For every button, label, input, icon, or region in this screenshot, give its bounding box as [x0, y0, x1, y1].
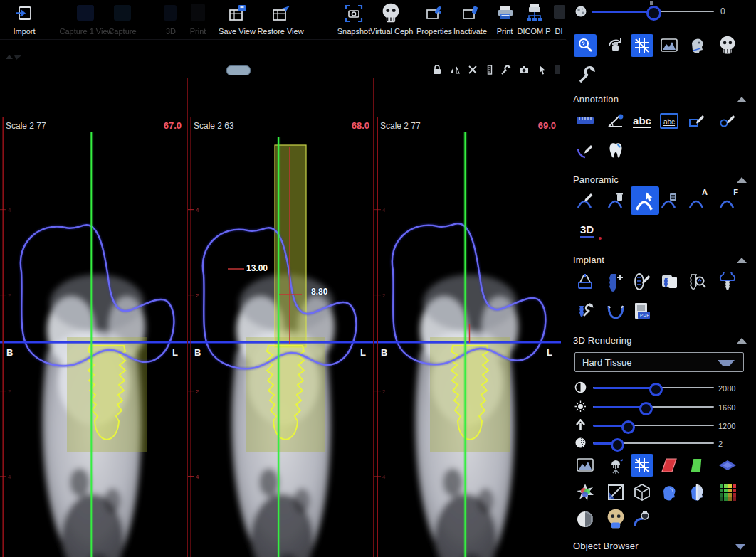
zoom-slider-handle[interactable]: [646, 6, 661, 21]
rendering-collapse-icon[interactable]: [737, 338, 747, 344]
slice-number: 69.0: [538, 120, 556, 131]
histogram-tool-button[interactable]: [658, 34, 681, 57]
panoramic-section-title[interactable]: Panoramic: [573, 174, 619, 185]
view-histogram-button[interactable]: [574, 454, 597, 477]
object-browser-expand-icon[interactable]: [735, 544, 745, 550]
sphere-icon: [574, 5, 587, 18]
implant-crown-button[interactable]: [716, 270, 739, 293]
skull-color-button[interactable]: [604, 508, 627, 531]
circle-tool-button[interactable]: [716, 110, 739, 132]
cross-section-viewport-1[interactable]: 4 2 2 4 Scale 2 77 67.0 B L: [0, 117, 187, 557]
rotate-hand-icon: [607, 36, 625, 55]
render-preset-dropdown[interactable]: Hard Tissue: [574, 352, 744, 372]
implant-arch-icon: [606, 303, 626, 320]
save-view-button[interactable]: Save View: [215, 0, 259, 39]
crosshair-icon[interactable]: [467, 64, 478, 75]
light-source-button[interactable]: [604, 454, 627, 477]
pano-draw-button[interactable]: [574, 189, 597, 212]
arc-tool-button[interactable]: [574, 139, 597, 162]
implant-adjust-button[interactable]: [574, 300, 597, 323]
print-icon: [496, 4, 515, 23]
text-callout-tool-button[interactable]: abc: [658, 110, 681, 132]
ruler-icon[interactable]: [484, 64, 495, 75]
disabled-tool-icon: [191, 4, 205, 21]
lut-grid-button[interactable]: [716, 481, 739, 504]
rendering-section-title[interactable]: 3D Rendering: [573, 335, 632, 346]
clip-plane-blue-button[interactable]: [716, 454, 739, 477]
contrast-slider-handle[interactable]: [649, 383, 663, 396]
virtual-ceph-label: Virtual Ceph: [370, 27, 411, 36]
save-view-icon: [228, 4, 248, 23]
implant-add-button[interactable]: [604, 270, 627, 293]
dicom-print-button[interactable]: DICOM P: [515, 0, 552, 39]
tooth-number-tool-button[interactable]: [604, 139, 627, 162]
implant-draw-button[interactable]: [631, 270, 653, 293]
threshold-slider-handle[interactable]: [621, 420, 635, 434]
object-browser-section-title[interactable]: Object Browser: [573, 541, 639, 551]
clip-plane-red-button[interactable]: [658, 454, 681, 477]
annotation-section-title[interactable]: Annotation: [573, 94, 619, 105]
opacity-value: 2: [718, 440, 748, 448]
pano-move-button[interactable]: [631, 186, 659, 215]
angle-tool-button[interactable]: [604, 110, 627, 132]
zoom-tool-button[interactable]: [574, 34, 597, 57]
half-sphere-button[interactable]: [574, 508, 597, 531]
implant-arch-button[interactable]: [604, 300, 627, 323]
snapshot-button[interactable]: Snapshot: [333, 0, 374, 39]
clipped-toolbar-item[interactable]: DI: [552, 0, 565, 39]
inactivate-button[interactable]: Inactivate: [451, 0, 490, 39]
properties-button[interactable]: Properties: [414, 0, 455, 39]
rectangle-tool-button[interactable]: [686, 110, 708, 132]
implant-library-button[interactable]: [658, 270, 681, 293]
wrench-icon[interactable]: [500, 64, 512, 75]
clip-toggle-button[interactable]: [604, 481, 627, 504]
annotation-collapse-icon[interactable]: [737, 97, 747, 102]
panoramic-collapse-icon[interactable]: [737, 177, 747, 183]
pano-f-button[interactable]: F: [716, 189, 739, 212]
clipped-mini-icon: [555, 65, 560, 74]
measurement-label-width[interactable]: 8.80: [311, 287, 327, 297]
skull-render-tool-button[interactable]: [716, 34, 739, 57]
opacity-slider-handle[interactable]: [611, 438, 624, 452]
ruler-tool-button[interactable]: [574, 110, 597, 132]
print-button[interactable]: Print: [491, 0, 518, 39]
head-render-tool-button[interactable]: [686, 34, 708, 57]
pano-delete-button[interactable]: [604, 189, 627, 212]
implant-place-button[interactable]: [574, 270, 597, 293]
implant-collapse-icon[interactable]: [737, 258, 747, 263]
color-preset-button[interactable]: [574, 481, 597, 504]
implant-section-title[interactable]: Implant: [573, 255, 604, 265]
color-star-icon: [575, 482, 595, 502]
cross-section-viewport-3[interactable]: 4 2 2 4 Scale 2 77 69.0 B L: [374, 117, 561, 557]
red-ruler: 4 2 2 4: [0, 117, 11, 557]
text-tool-button[interactable]: abc: [631, 110, 653, 132]
measurement-label-length[interactable]: 13.00: [246, 263, 268, 273]
virtual-ceph-button[interactable]: Virtual Ceph: [370, 0, 411, 39]
view-grid-button[interactable]: [631, 454, 653, 477]
implant-inspect-button[interactable]: [686, 270, 708, 293]
brightness-slider-handle[interactable]: [639, 402, 653, 415]
restore-view-button[interactable]: Restore View: [255, 0, 306, 39]
pano-a-button[interactable]: A: [686, 189, 708, 212]
implant-add-icon: [607, 272, 625, 292]
pano-list-button[interactable]: [658, 189, 681, 212]
cross-section-viewport-2[interactable]: 4 2 2 4 Scale 2 63 68.0 B L 13.00 8.80 H…: [188, 117, 374, 557]
cube-view-button[interactable]: [631, 481, 653, 504]
settings-wrench-button[interactable]: [576, 63, 599, 85]
virtual-ceph-icon: [381, 3, 401, 24]
splitter-handle[interactable]: [226, 65, 251, 75]
pano-3d-link[interactable]: 3D: [580, 223, 594, 236]
lock-icon[interactable]: [431, 64, 443, 75]
clip-plane-green-button[interactable]: [686, 454, 708, 477]
camera-icon[interactable]: [518, 64, 530, 75]
head-solid-button[interactable]: [658, 481, 681, 504]
camera-orbit-button[interactable]: [631, 508, 653, 531]
implant-report-button[interactable]: PDF: [631, 300, 653, 323]
flip-horizontal-icon[interactable]: [449, 64, 461, 75]
import-button[interactable]: Import: [6, 0, 43, 39]
head-cut-button[interactable]: [686, 481, 708, 504]
opacity-icon: [574, 437, 587, 449]
mpr-grid-tool-button[interactable]: [631, 34, 653, 57]
pan-rotate-tool-button[interactable]: [604, 34, 627, 57]
pointer-icon[interactable]: [537, 64, 548, 75]
